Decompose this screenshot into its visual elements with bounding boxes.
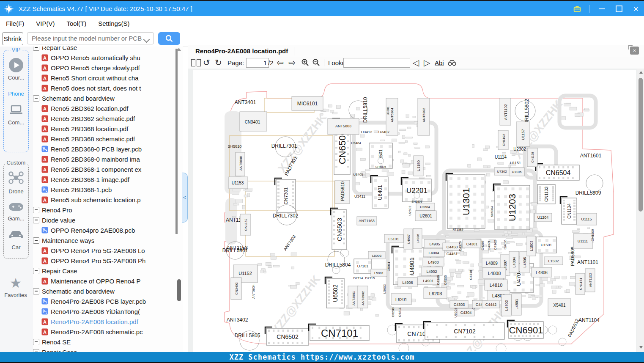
svg-text:ANT5804: ANT5804	[390, 108, 394, 122]
rail-item-favorites[interactable]: ★Favorites	[3, 276, 28, 298]
lookup-input[interactable]	[343, 58, 410, 68]
rail-item-phone[interactable]: Phone	[4, 88, 28, 97]
svg-text:D7114: D7114	[354, 276, 364, 280]
collapse-toggle-icon[interactable]	[33, 207, 39, 213]
zoom-out-icon[interactable]	[312, 57, 321, 69]
menu-item-filef[interactable]: File(F)	[0, 16, 30, 30]
tree-item[interactable]: AReno5 2BD362 schematic.pdf	[33, 113, 183, 124]
tree-item[interactable]: AOPPO Reno5 charge slowly.pdf	[33, 63, 183, 73]
tree-folder[interactable]: Diode value	[33, 215, 183, 225]
svg-text:CN6506: CN6506	[337, 130, 348, 165]
menu-item-vipv[interactable]: VIP(V)	[30, 16, 60, 30]
zoom-in-icon[interactable]	[301, 57, 310, 69]
tree-item[interactable]: AReno5 2BD368 location.pdf	[33, 124, 183, 134]
tree-item[interactable]: OPPO Reno4pro 2AE008.pcb	[33, 225, 183, 235]
tree-scrollbar[interactable]	[175, 49, 178, 234]
svg-text:L6201: L6201	[395, 297, 407, 302]
collapse-toggle-icon[interactable]	[33, 268, 39, 274]
pcb-file-icon	[41, 186, 48, 193]
next-page-icon[interactable]: ⇨	[288, 57, 296, 69]
maximize-button[interactable]	[614, 4, 624, 14]
rail-item-gam[interactable]: Gam...	[4, 202, 28, 222]
rail-item-com[interactable]: Com...	[4, 104, 28, 126]
tree-item[interactable]: Reno4Pro-2AE008 YiDianTong(	[33, 306, 183, 316]
model-search-input[interactable]	[27, 32, 154, 44]
tree-item[interactable]: AReno5 does not start, does not t	[33, 83, 183, 93]
collapse-toggle-icon[interactable]	[33, 217, 39, 223]
tree-item[interactable]: AReno5 2BD368-0 mainbord ima	[33, 154, 183, 164]
tree-item[interactable]: AReno5 2BD368-1 component ex	[33, 164, 183, 174]
tree-item[interactable]: AReno5 2BD368-1 image.pdf	[33, 174, 183, 184]
svg-text:ANT1601: ANT1601	[580, 153, 602, 159]
lookup-previous-icon[interactable]: ◁	[413, 57, 419, 69]
collapse-panel-handle[interactable]: <	[182, 173, 188, 223]
menu-item-toolt[interactable]: Tool(T)	[61, 16, 93, 30]
tree-item[interactable]: AReno4Pro-2AE008 location.pdf	[33, 316, 183, 327]
briefcase-icon[interactable]	[573, 4, 582, 14]
viewer-scroll-up-icon[interactable]	[639, 71, 643, 74]
collapse-toggle-icon[interactable]	[33, 95, 39, 102]
tree-folder[interactable]: Schematic and boardview	[33, 286, 183, 296]
rail-item-drone[interactable]: Drone	[4, 171, 28, 195]
binoculars-icon[interactable]	[447, 57, 457, 69]
svg-text:L5101: L5101	[388, 237, 399, 241]
tree-item[interactable]: Reno4Pro-2AE008 PCB layer.pcb	[33, 296, 183, 306]
tree-item[interactable]: Reno5 2BD368-1.pcb	[33, 184, 183, 195]
tree-scroll-up-icon[interactable]	[177, 48, 181, 51]
rotate-left-icon[interactable]: ↺	[203, 57, 210, 69]
previous-page-icon[interactable]: ⇦	[277, 57, 284, 69]
document-tab[interactable]: Reno4Pro-2AE008 location.pdf	[195, 47, 288, 55]
text-select-tool[interactable]: Abi	[435, 57, 444, 69]
rotate-right-icon[interactable]: ↻	[215, 57, 222, 69]
tree-item[interactable]: AReno5 2BD362 location.pdf	[33, 103, 183, 113]
tree-item[interactable]: AReno5 Short circuit without cha	[33, 73, 183, 83]
tree-folder[interactable]: Reno4 SE	[33, 337, 183, 347]
tree-item[interactable]: AOPPO Reno4 Pro 5G-2AE008 Lo	[33, 245, 183, 256]
collapse-toggle-icon[interactable]	[33, 288, 39, 294]
lookup-next-icon[interactable]: ▷	[424, 57, 430, 69]
tree-item[interactable]: AMaintenance of OPPO Reno4 P	[33, 276, 183, 286]
svg-text:L4805: L4805	[523, 257, 527, 267]
collapse-toggle-icon[interactable]	[33, 47, 39, 51]
minimize-button[interactable]	[597, 4, 607, 14]
svg-text:A: A	[43, 167, 47, 172]
tree-scrollbar-thumb[interactable]	[177, 279, 181, 301]
svg-text:A: A	[43, 157, 47, 162]
rail-item-cour[interactable]: Cour...	[4, 58, 28, 81]
tree-item[interactable]: AOPPO Reno5 automatically shu	[33, 52, 183, 63]
tree-item[interactable]: AReno4Pro-2AE008 schematic.pc	[33, 327, 183, 337]
tree-item[interactable]: Reno5 2BD368-0 PCB layer.pcb	[33, 144, 183, 154]
page-label: Page:	[227, 57, 244, 69]
svg-text:L5001: L5001	[374, 271, 384, 275]
collapse-toggle-icon[interactable]	[33, 339, 39, 345]
close-document-icon[interactable]: ×	[630, 47, 639, 55]
tree-folder[interactable]: Repair Case	[33, 347, 183, 352]
page-number-input[interactable]	[246, 58, 269, 68]
tree-folder[interactable]: Maintenance ways	[33, 235, 183, 245]
svg-text:U3412: U3412	[361, 130, 373, 134]
shrink-button[interactable]: Shrink	[2, 32, 23, 45]
svg-text:U6502: U6502	[332, 284, 339, 302]
collapse-toggle-icon[interactable]	[33, 349, 39, 352]
tree-folder[interactable]: Reno4 Pro	[33, 205, 183, 215]
viewer-scrollbar-thumb[interactable]	[639, 78, 643, 212]
tree-folder[interactable]: Repair Case	[33, 47, 183, 52]
search-button[interactable]	[158, 32, 180, 45]
tree-item[interactable]: AReno5 2BD368 schematic.pdf	[33, 134, 183, 144]
collapse-toggle-icon[interactable]	[33, 237, 39, 244]
svg-text:A: A	[43, 329, 47, 334]
status-text: XZZ Schematics https://www.xzztools.com	[229, 353, 414, 361]
tree-item-label: Reno4Pro-2AE008 YiDianTong(	[51, 308, 140, 315]
tree-folder[interactable]: Schematic and boardview	[33, 93, 183, 103]
close-button[interactable]: ×	[631, 4, 641, 14]
tree-folder[interactable]: Repair Case	[33, 266, 183, 276]
tree-item-label: Schematic and boardview	[42, 95, 115, 102]
viewer-scroll-down-icon[interactable]	[639, 346, 643, 349]
two-page-view-icon[interactable]	[191, 57, 201, 69]
rail-item-car[interactable]: Car	[4, 229, 28, 250]
tree-item-label: Reno5 2BD368 location.pdf	[51, 125, 128, 132]
tree-item[interactable]: AOPPO Reno4 Pro 5G-2AE008 Ph	[33, 256, 183, 266]
tree-item[interactable]: AReno5 sub schematic location.p	[33, 195, 183, 205]
menu-item-settingss[interactable]: Settings(S)	[92, 16, 135, 30]
svg-text:L4906: L4906	[416, 234, 420, 243]
